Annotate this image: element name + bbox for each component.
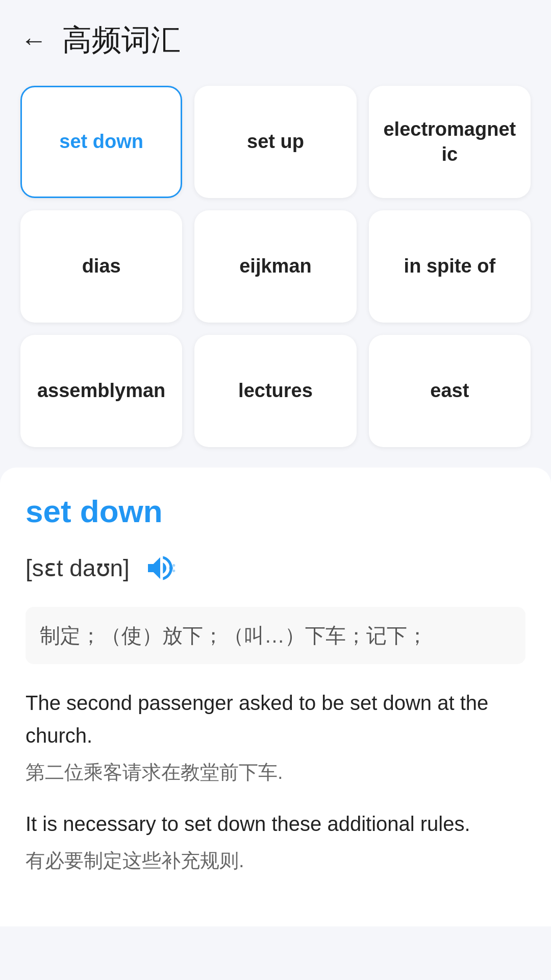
example-1-zh: 第二位乘客请求在教堂前下车.: [26, 757, 525, 788]
example-2-en: It is necessary to set down these additi…: [26, 807, 525, 840]
word-card-text-dias: dias: [82, 254, 121, 279]
word-card-in-spite-of[interactable]: in spite of: [369, 210, 531, 323]
word-card-lectures[interactable]: lectures: [194, 335, 356, 447]
chinese-meaning: 制定；（使）放下；（叫…）下车；记下；: [26, 607, 525, 664]
header: ← 高频词汇: [0, 0, 551, 70]
word-card-electromagnetic[interactable]: electromagnetic: [369, 86, 531, 198]
definition-word-title: set down: [26, 493, 525, 529]
svg-point-0: [169, 566, 173, 570]
back-button[interactable]: ←: [20, 27, 47, 54]
word-card-set-up[interactable]: set up: [194, 86, 356, 198]
word-card-dias[interactable]: dias: [20, 210, 182, 323]
word-card-text-assemblyman: assemblyman: [37, 378, 165, 403]
svg-point-1: [172, 564, 175, 567]
example-2: It is necessary to set down these additi…: [26, 807, 525, 876]
speaker-button[interactable]: [142, 550, 179, 586]
word-card-set-down[interactable]: set down: [20, 86, 182, 198]
word-card-assemblyman[interactable]: assemblyman: [20, 335, 182, 447]
word-card-eijkman[interactable]: eijkman: [194, 210, 356, 323]
word-grid: set downset upelectromagneticdiaseijkman…: [0, 70, 551, 457]
definition-section: set down [sɛt daʊn] 制定；（使）放下；（叫…）下车；记下； …: [0, 468, 551, 926]
pronunciation-row: [sɛt daʊn]: [26, 550, 525, 586]
word-card-text-lectures: lectures: [238, 378, 313, 403]
word-card-text-eijkman: eijkman: [239, 254, 312, 279]
page-title: 高频词汇: [62, 20, 181, 60]
svg-point-2: [172, 570, 175, 572]
example-1: The second passenger asked to be set dow…: [26, 687, 525, 788]
word-card-text-electromagnetic: electromagnetic: [381, 117, 518, 167]
word-card-text-set-down: set down: [59, 129, 143, 154]
word-card-text-set-up: set up: [247, 129, 304, 154]
word-card-east[interactable]: east: [369, 335, 531, 447]
example-1-en: The second passenger asked to be set dow…: [26, 687, 525, 752]
phonetic-text: [sɛt daʊn]: [26, 554, 130, 582]
example-2-zh: 有必要制定这些补充规则.: [26, 845, 525, 876]
word-card-text-in-spite-of: in spite of: [404, 254, 495, 279]
word-card-text-east: east: [430, 378, 469, 403]
